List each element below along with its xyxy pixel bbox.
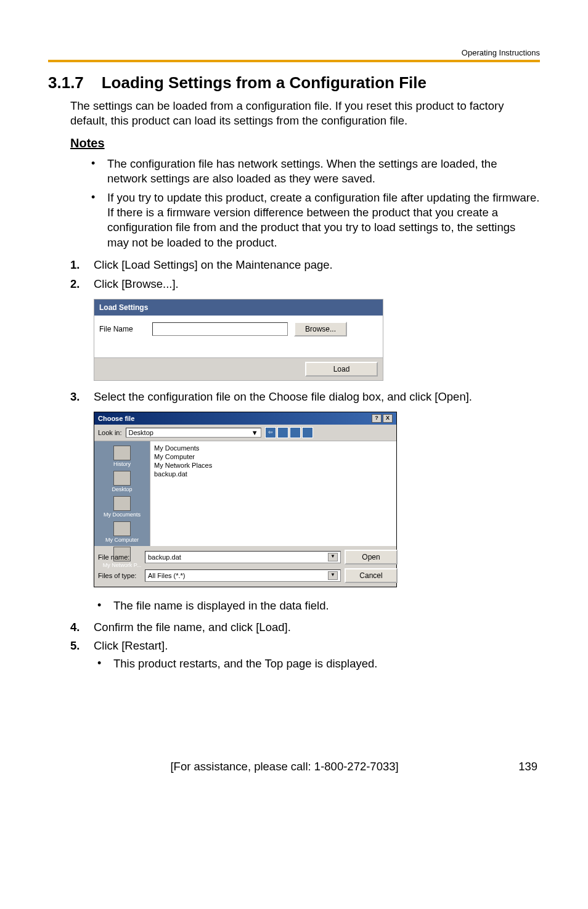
filetype-field[interactable]: All Files (*.*) ▼ (145, 569, 341, 582)
close-icon[interactable]: X (383, 414, 393, 423)
chevron-down-icon[interactable]: ▼ (328, 571, 338, 580)
file-name-label: File Name (99, 325, 146, 333)
filetype-label: Files of type: (98, 572, 141, 579)
step-5-text: Click [Restart]. (94, 639, 168, 652)
lookin-value: Desktop (129, 429, 153, 436)
header-right-text: Operating Instructions (48, 48, 540, 60)
footer-assist: [For assistance, please call: 1-800-272-… (170, 760, 398, 773)
step-number: 2. (70, 277, 94, 291)
step-text: Click [Load Settings] on the Maintenance… (94, 258, 540, 272)
step-3: 3. Select the configuration file on the … (70, 389, 540, 404)
step-number: 4. (70, 620, 94, 635)
step-number: 1. (70, 258, 94, 272)
step-3-sub-text: The file name is displayed in the data f… (94, 598, 540, 613)
file-list[interactable]: My Documents My Computer My Network Plac… (150, 441, 396, 546)
help-icon[interactable]: ? (372, 414, 382, 423)
new-folder-icon[interactable] (290, 427, 301, 438)
step-2: 2. Click [Browse...]. (70, 277, 540, 291)
sidebar-label: My Network P... (103, 562, 141, 568)
step-number: 3. (70, 389, 94, 404)
step-5-sub-text: This product restarts, and the Top page … (94, 656, 540, 671)
filetype-value: All Files (*.*) (148, 572, 186, 579)
file-item[interactable]: backup.dat (154, 470, 393, 478)
places-sidebar: History Desktop My Documents My Computer… (94, 441, 150, 546)
sidebar-label: History (113, 461, 131, 467)
load-button[interactable]: Load (305, 362, 378, 377)
computer-icon (113, 521, 131, 536)
file-item[interactable]: My Network Places (154, 461, 393, 470)
step-3-sub: The file name is displayed in the data f… (70, 596, 540, 616)
file-item[interactable]: My Computer (154, 452, 393, 461)
documents-icon (113, 496, 131, 511)
step-text: Click [Restart]. This product restarts, … (94, 638, 540, 674)
filename-value: backup.dat (148, 553, 181, 561)
lookin-dropdown[interactable]: Desktop ▼ (126, 428, 261, 438)
section-heading: 3.1.7 Loading Settings from a Configurat… (48, 73, 540, 92)
cancel-button[interactable]: Cancel (345, 568, 398, 583)
filename-label: File name: (98, 553, 141, 561)
dialog-toolbar: Look in: Desktop ▼ ⇦ (94, 425, 396, 441)
notes-item: If you try to update this product, creat… (88, 190, 540, 251)
desktop-icon (113, 471, 131, 486)
page-footer: [For assistance, please call: 1-800-272-… (48, 760, 540, 773)
chevron-down-icon[interactable]: ▼ (328, 553, 338, 561)
section-title: Loading Settings from a Configuration Fi… (102, 73, 427, 92)
step-1: 1. Click [Load Settings] on the Maintena… (70, 258, 540, 272)
step-text: Select the configuration file on the Cho… (94, 389, 540, 404)
up-folder-icon[interactable] (277, 427, 288, 438)
step-text: Click [Browse...]. (94, 277, 540, 291)
view-menu-icon[interactable] (302, 427, 313, 438)
file-item[interactable]: My Documents (154, 444, 393, 452)
browse-button[interactable]: Browse... (294, 322, 347, 336)
sidebar-item-desktop[interactable]: Desktop (94, 469, 150, 494)
open-button[interactable]: Open (345, 550, 398, 565)
sidebar-item-documents[interactable]: My Documents (94, 494, 150, 520)
chevron-down-icon: ▼ (251, 429, 258, 436)
notes-item: The configuration file has network setti… (88, 157, 540, 187)
header-rule (48, 60, 540, 62)
notes-heading: Notes (70, 136, 540, 150)
sidebar-label: My Computer (105, 537, 139, 543)
step-4: 4. Confirm the file name, and click [Loa… (70, 620, 540, 635)
history-icon (113, 446, 131, 460)
load-settings-title: Load Settings (94, 300, 383, 316)
choose-file-dialog: Choose file ? X Look in: Desktop ▼ ⇦ His… (94, 412, 397, 587)
file-name-input[interactable] (152, 322, 288, 336)
sidebar-item-computer[interactable]: My Computer (94, 520, 150, 545)
section-number: 3.1.7 (48, 73, 84, 92)
notes-list: The configuration file has network setti… (88, 157, 540, 250)
sidebar-label: My Documents (104, 512, 141, 518)
filename-field[interactable]: backup.dat ▼ (145, 551, 341, 563)
back-icon[interactable]: ⇦ (265, 427, 276, 438)
step-number: 5. (70, 638, 94, 674)
section-intro: The settings can be loaded from a config… (70, 99, 540, 129)
load-settings-panel: Load Settings File Name Browse... Load (94, 299, 383, 381)
lookin-label: Look in: (98, 429, 122, 436)
dialog-titlebar: Choose file ? X (94, 412, 396, 425)
page-number: 139 (518, 760, 537, 773)
step-5: 5. Click [Restart]. This product restart… (70, 638, 540, 674)
dialog-title: Choose file (98, 415, 134, 422)
step-text: Confirm the file name, and click [Load]. (94, 620, 540, 635)
sidebar-label: Desktop (112, 486, 132, 492)
sidebar-item-history[interactable]: History (94, 444, 150, 469)
